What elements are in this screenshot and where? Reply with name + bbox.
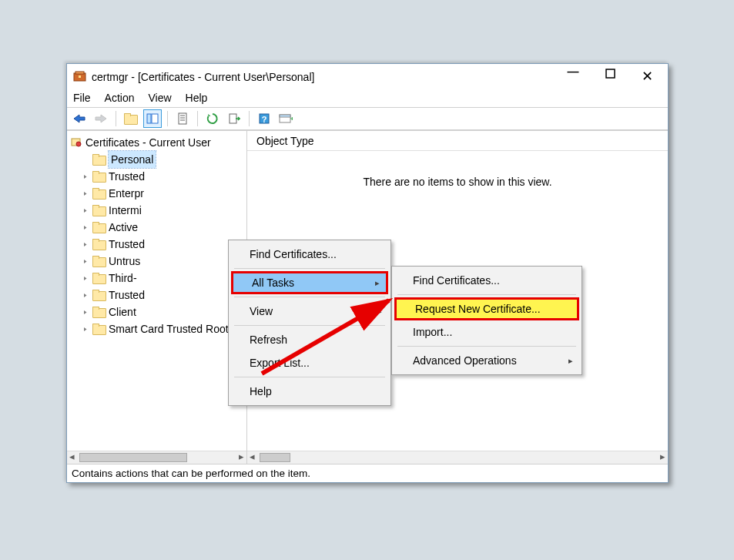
tree-item[interactable]: ▸Intermi <box>70 202 246 219</box>
submenu-advanced-operations[interactable]: Advanced Operations <box>394 349 579 372</box>
expand-icon[interactable]: ▸ <box>82 320 89 337</box>
certificates-root-icon <box>70 136 82 149</box>
tree-item-label: Enterpr <box>109 185 144 202</box>
folder-icon <box>92 239 106 250</box>
menu-view[interactable]: View <box>231 300 388 323</box>
menu-all-tasks[interactable]: All Tasks <box>231 271 388 294</box>
left-horizontal-scrollbar[interactable] <box>67 451 246 464</box>
tree-root-label: Certificates - Current User <box>85 134 211 151</box>
menu-file[interactable]: File <box>73 92 91 104</box>
tree-root[interactable]: Certificates - Current User <box>70 134 246 151</box>
expand-icon[interactable]: ▸ <box>82 303 89 320</box>
svg-rect-2 <box>79 75 81 78</box>
tree-item[interactable]: ▸Smart Card Trusted Roots <box>70 320 246 337</box>
menu-separator <box>234 297 385 297</box>
tree-item-label: Trusted <box>109 236 145 253</box>
statusbar: Contains actions that can be performed o… <box>67 464 668 482</box>
close-button[interactable]: ✕ <box>638 68 655 85</box>
tree-item-label: Smart Card Trusted Roots <box>109 320 234 337</box>
tree-item[interactable]: ▸Untrus <box>70 253 246 270</box>
folder-up-icon[interactable] <box>122 109 140 128</box>
folder-icon <box>92 205 106 216</box>
folder-icon <box>92 290 106 300</box>
tree-item-label: Trusted <box>109 287 145 303</box>
folder-icon <box>92 222 106 233</box>
refresh-icon[interactable] <box>203 109 222 128</box>
show-hide-tree-icon[interactable] <box>143 109 162 128</box>
menu-help[interactable]: Help <box>186 92 208 104</box>
svg-rect-1 <box>75 72 84 74</box>
expand-icon[interactable]: ▸ <box>82 219 89 236</box>
titlebar: certmgr - [Certificates - Current User\P… <box>67 64 668 89</box>
tree-item[interactable]: ▸Active <box>70 219 246 236</box>
tree-item[interactable]: ▸Trusted <box>70 236 246 253</box>
expand-icon[interactable]: ▸ <box>82 185 89 202</box>
menu-separator <box>234 325 385 326</box>
tree-pane: Certificates - Current User Personal▸Tru… <box>67 131 247 464</box>
status-text: Contains actions that can be performed o… <box>72 468 310 479</box>
folder-icon <box>92 273 106 283</box>
empty-message: There are no items to show in this view. <box>363 176 551 188</box>
menu-view[interactable]: View <box>148 92 171 104</box>
svg-rect-10 <box>230 114 236 123</box>
expand-icon[interactable]: ▸ <box>82 253 89 270</box>
certmgr-app-icon <box>73 69 87 83</box>
expand-icon[interactable]: ▸ <box>82 236 89 253</box>
tree-item[interactable]: ▸Enterpr <box>70 185 246 202</box>
tree-item-label: Client <box>109 303 136 320</box>
nav-forward-icon[interactable] <box>92 109 110 128</box>
tree-item-label: Third- <box>109 270 137 287</box>
menu-separator <box>234 377 385 377</box>
svg-rect-3 <box>606 69 615 78</box>
tree-item[interactable]: ▸Client <box>70 303 246 320</box>
menubar: File Action View Help <box>67 89 668 107</box>
menu-action[interactable]: Action <box>105 92 135 104</box>
tree-item[interactable]: ▸Trusted <box>70 287 246 303</box>
column-object-type: Object Type <box>256 135 313 147</box>
tree-item-label: Personal <box>109 151 156 168</box>
options-icon[interactable] <box>277 109 295 128</box>
tree-item-label: Intermi <box>109 202 142 219</box>
expand-icon[interactable]: ▸ <box>82 168 89 185</box>
menu-separator <box>397 346 576 347</box>
tree-item[interactable]: Personal <box>70 151 246 168</box>
right-horizontal-scrollbar[interactable] <box>247 451 668 464</box>
properties-icon[interactable] <box>173 109 192 128</box>
maximize-button[interactable] <box>602 68 618 85</box>
folder-icon <box>92 171 106 182</box>
tree-item-label: Untrus <box>109 253 140 270</box>
export-icon[interactable] <box>225 109 243 128</box>
menu-find-certificates[interactable]: Find Certificates... <box>231 243 388 266</box>
tree-item-label: Trusted <box>109 168 145 185</box>
menu-refresh[interactable]: Refresh <box>231 328 388 351</box>
window-title: certmgr - [Certificates - Current User\P… <box>92 70 565 83</box>
menu-help[interactable]: Help <box>231 380 388 403</box>
svg-text:?: ? <box>262 115 267 124</box>
expand-icon[interactable]: ▸ <box>82 287 89 303</box>
certificate-tree[interactable]: Certificates - Current User Personal▸Tru… <box>67 131 246 451</box>
expand-icon[interactable]: ▸ <box>82 270 89 287</box>
minimize-button[interactable]: — <box>565 65 582 82</box>
tree-item[interactable]: ▸Third- <box>70 270 246 287</box>
submenu-import[interactable]: Import... <box>394 320 579 344</box>
help-icon[interactable]: ? <box>255 109 273 128</box>
folder-icon <box>92 324 106 334</box>
context-menu-primary: Find Certificates... All Tasks View Refr… <box>228 240 391 406</box>
expand-icon[interactable]: ▸ <box>82 202 89 219</box>
menu-export-list[interactable]: Export List... <box>231 351 388 374</box>
menu-separator <box>234 268 385 269</box>
folder-icon <box>92 188 106 199</box>
tree-item-label: Active <box>109 219 138 236</box>
folder-icon <box>92 307 106 317</box>
folder-icon <box>92 154 106 165</box>
detail-header[interactable]: Object Type <box>247 131 668 151</box>
svg-rect-5 <box>152 114 158 123</box>
svg-rect-4 <box>147 114 151 123</box>
submenu-find-certificates[interactable]: Find Certificates... <box>394 269 579 292</box>
svg-rect-14 <box>280 115 290 117</box>
tree-item[interactable]: ▸Trusted <box>70 168 246 185</box>
nav-back-icon[interactable] <box>70 109 89 128</box>
submenu-request-new-certificate[interactable]: Request New Certificate... <box>394 297 579 320</box>
toolbar: ? <box>67 107 668 130</box>
svg-point-16 <box>76 142 81 146</box>
